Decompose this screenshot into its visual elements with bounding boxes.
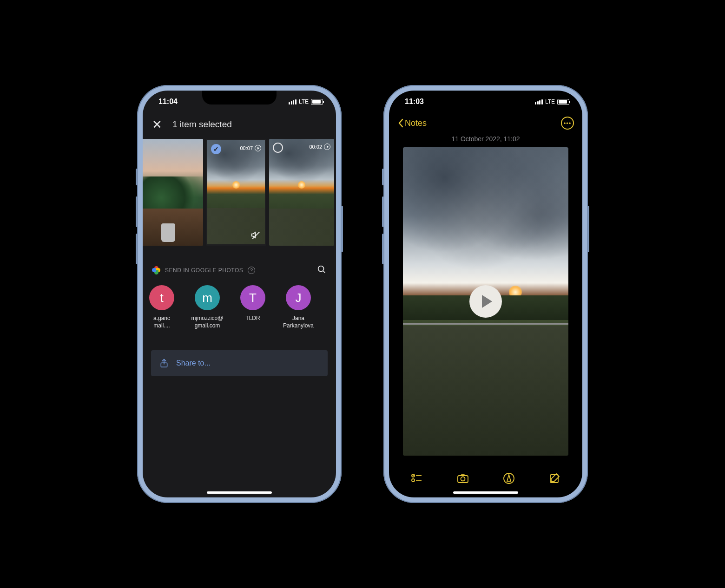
close-icon[interactable]: ✕ (152, 118, 162, 131)
contact-item[interactable]: t a.gancmail.... (143, 285, 181, 329)
share-to-button[interactable]: Share to... (151, 350, 328, 376)
media-carousel[interactable]: ✓ 00:07 00:02 (143, 139, 336, 246)
contact-label: TLDR (245, 315, 260, 329)
back-button[interactable]: Notes (397, 118, 427, 128)
google-photos-logo-icon (152, 266, 160, 274)
media-thumb-selected[interactable]: ✓ 00:07 (206, 139, 266, 246)
back-label: Notes (405, 118, 427, 128)
share-to-label: Share to... (176, 359, 211, 367)
contact-label: JanaParkanyiova (283, 315, 314, 329)
camera-icon[interactable] (456, 472, 469, 487)
avatar: J (286, 285, 311, 310)
network-label: LTE (545, 98, 555, 105)
svg-point-5 (461, 477, 465, 481)
share-header: ✕ 1 item selected (143, 113, 336, 139)
signal-icon (535, 99, 543, 105)
media-thumb[interactable]: 00:02 (269, 139, 334, 246)
battery-icon (311, 99, 323, 105)
play-mini-icon (255, 145, 261, 151)
selection-title: 1 item selected (172, 119, 232, 130)
notes-nav-bar: Notes ••• (389, 113, 582, 135)
markup-icon[interactable] (502, 472, 515, 487)
send-label: SEND IN GOOGLE PHOTOS (165, 267, 243, 274)
video-duration: 00:02 (309, 144, 330, 150)
selected-check-icon: ✓ (211, 144, 221, 154)
contact-item[interactable]: J JanaParkanyiova (279, 285, 317, 329)
checklist-icon[interactable] (410, 472, 423, 487)
contacts-row[interactable]: t a.gancmail.... m mjmozzico@gmail.com T… (143, 276, 327, 329)
compose-icon[interactable] (548, 472, 561, 487)
svg-point-0 (318, 266, 324, 272)
contact-label: a.gancmail.... (153, 315, 170, 329)
phone-right: 11:03 LTE Notes ••• 11 October 2022, 11:… (383, 85, 588, 503)
play-mini-icon (324, 144, 330, 150)
note-body[interactable] (389, 147, 582, 467)
avatar: m (195, 285, 220, 310)
avatar: T (240, 285, 265, 310)
notch (202, 91, 277, 105)
search-icon[interactable] (316, 264, 327, 276)
send-in-photos-row: SEND IN GOOGLE PHOTOS ? (152, 264, 327, 276)
chevron-left-icon (397, 118, 404, 128)
media-thumb[interactable] (143, 139, 203, 246)
mute-icon (251, 230, 260, 240)
contact-item[interactable]: T TLDR (234, 285, 272, 329)
contact-item[interactable]: m mjmozzico@gmail.com (188, 285, 226, 329)
contact-label: mjmozzico@gmail.com (191, 315, 224, 329)
play-button[interactable] (469, 285, 502, 318)
home-indicator[interactable] (453, 491, 518, 494)
svg-point-3 (412, 479, 415, 482)
network-label: LTE (299, 98, 309, 105)
embedded-video[interactable] (403, 147, 568, 456)
note-timestamp: 11 October 2022, 11:02 (389, 135, 582, 147)
status-time: 11:04 (158, 98, 178, 106)
help-icon[interactable]: ? (248, 267, 255, 274)
signal-icon (289, 99, 297, 105)
more-contacts-button[interactable]: ••• More (325, 285, 327, 329)
status-time: 11:03 (405, 98, 424, 106)
phone-left: 11:04 LTE ✕ 1 item selected ✓ 00:07 (137, 85, 342, 503)
ellipsis-icon: ••• (564, 120, 572, 126)
home-indicator[interactable] (207, 491, 272, 494)
share-icon (159, 358, 169, 369)
notch (448, 91, 523, 105)
note-actions-button[interactable]: ••• (561, 117, 574, 130)
avatar: t (149, 285, 174, 310)
google-photos-share-screen: 11:04 LTE ✕ 1 item selected ✓ 00:07 (143, 91, 336, 497)
notes-app-screen: 11:03 LTE Notes ••• 11 October 2022, 11:… (389, 91, 582, 497)
battery-icon (557, 99, 569, 105)
video-duration: 00:07 (240, 145, 261, 151)
select-ring-icon[interactable] (273, 143, 283, 153)
